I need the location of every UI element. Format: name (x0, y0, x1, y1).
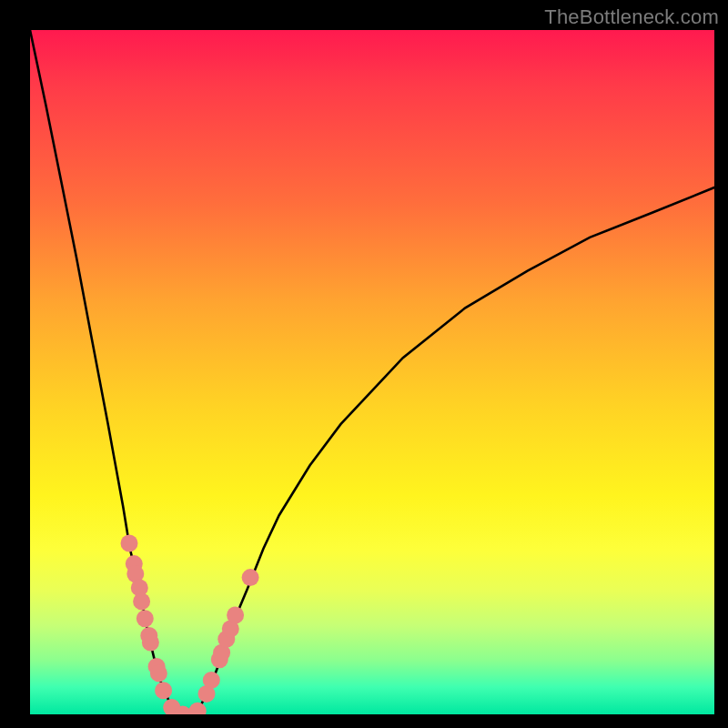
data-point (150, 664, 167, 682)
data-point (227, 607, 244, 624)
data-point (121, 535, 138, 552)
data-point (203, 672, 220, 689)
scatter-right (189, 569, 259, 714)
scatter-left (121, 535, 192, 715)
data-point (189, 703, 207, 714)
data-point (136, 610, 154, 627)
chart-plot-area (30, 30, 714, 714)
chart-frame: TheBottleneck.com (0, 0, 728, 728)
chart-svg (30, 30, 714, 714)
watermark-text: TheBottleneck.com (544, 5, 719, 29)
data-point (142, 634, 159, 652)
data-point (155, 682, 172, 699)
data-point (133, 592, 150, 610)
bottleneck-curve (30, 30, 714, 714)
data-point (242, 569, 259, 586)
